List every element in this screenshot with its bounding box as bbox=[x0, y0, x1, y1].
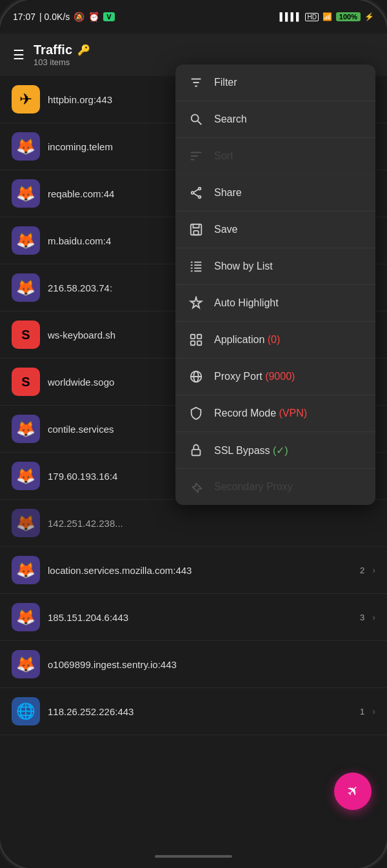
hamburger-button[interactable]: ☰ bbox=[13, 47, 25, 63]
status-right: ▌▌▌▌ HD 📶 100% ⚡ bbox=[279, 12, 374, 21]
list-item[interactable]: 🦊 location.services.mozilla.com:443 2 › bbox=[0, 547, 387, 594]
mute-icon: 🔕 bbox=[74, 12, 84, 22]
battery-indicator: 100% bbox=[336, 12, 361, 21]
menu-item-proxy-port[interactable]: Proxy Port (9000) bbox=[175, 359, 375, 395]
screen: 17:07 | 0.0K/s 🔕 ⏰ V ▌▌▌▌ HD 📶 100% ⚡ ☰ bbox=[0, 0, 387, 868]
proxy-port-value: (9000) bbox=[265, 371, 295, 382]
traffic-host: 142.251.42.238... bbox=[48, 518, 375, 529]
svg-line-11 bbox=[194, 190, 198, 193]
menu-item-show-list[interactable]: Show by List bbox=[175, 248, 375, 285]
svg-rect-26 bbox=[197, 341, 201, 345]
menu-item-record-mode[interactable]: Record Mode (VPN) bbox=[175, 395, 375, 432]
key-icon: 🔑 bbox=[77, 44, 90, 56]
traffic-count: 1 bbox=[360, 707, 364, 716]
chevron-right-icon: › bbox=[372, 612, 375, 622]
app-icon: 🦊 bbox=[12, 650, 40, 678]
record-mode-value: (VPN) bbox=[279, 408, 308, 419]
menu-label-application: Application (0) bbox=[214, 334, 280, 346]
app-icon: S bbox=[12, 321, 40, 349]
svg-line-12 bbox=[194, 193, 198, 197]
apps-icon bbox=[188, 332, 204, 348]
menu-item-filter[interactable]: Filter bbox=[175, 64, 375, 101]
menu-item-secondary-proxy: Secondary Proxy bbox=[175, 469, 375, 505]
menu-label-record-mode: Record Mode (VPN) bbox=[214, 408, 307, 419]
list-item[interactable]: 🌐 118.26.252.226:443 1 › bbox=[0, 688, 387, 735]
menu-label-show-list: Show by List bbox=[214, 261, 273, 272]
traffic-host: 118.26.252.226:443 bbox=[48, 706, 352, 717]
app-icon: 🦊 bbox=[12, 509, 40, 537]
globe-icon bbox=[188, 369, 204, 384]
context-menu: Filter Search Sort bbox=[175, 64, 375, 505]
svg-point-10 bbox=[199, 196, 201, 199]
menu-label-save: Save bbox=[214, 224, 237, 235]
alarm-icon: ⏰ bbox=[88, 12, 99, 22]
menu-label-ssl-bypass: SSL Bypass (✓) bbox=[214, 444, 288, 457]
svg-rect-30 bbox=[192, 449, 201, 455]
sort-icon bbox=[188, 148, 204, 164]
svg-rect-25 bbox=[191, 341, 195, 345]
status-speed: | 0.0K/s bbox=[39, 12, 70, 22]
app-icon: 🦊 bbox=[12, 462, 40, 490]
traffic-host: 185.151.204.6:443 bbox=[48, 612, 352, 623]
list-item[interactable]: 🦊 185.151.204.6:443 3 › bbox=[0, 594, 387, 641]
app-icon: 🦊 bbox=[12, 179, 40, 208]
list-item[interactable]: 🦊 142.251.42.238... bbox=[0, 500, 387, 547]
fab-icon: ✈ bbox=[342, 781, 362, 801]
ssl-bypass-value: (✓) bbox=[273, 445, 288, 456]
save-icon bbox=[188, 222, 204, 237]
header-title: Traffic 🔑 bbox=[34, 43, 90, 57]
app-icon: 🦊 bbox=[12, 132, 40, 161]
vpn-icon: V bbox=[103, 12, 114, 21]
svg-rect-14 bbox=[194, 231, 198, 235]
status-left: 17:07 | 0.0K/s 🔕 ⏰ V bbox=[13, 12, 115, 22]
menu-label-secondary-proxy: Secondary Proxy bbox=[214, 481, 293, 493]
svg-point-8 bbox=[199, 188, 201, 190]
plane-icon bbox=[188, 479, 204, 495]
application-value: (0) bbox=[268, 334, 281, 345]
menu-label-filter: Filter bbox=[214, 77, 237, 88]
svg-line-4 bbox=[198, 121, 202, 125]
chevron-right-icon: › bbox=[372, 706, 375, 716]
list-icon bbox=[188, 259, 204, 274]
menu-item-auto-highlight[interactable]: Auto Highlight bbox=[175, 285, 375, 322]
traffic-host: location.services.mozilla.com:443 bbox=[48, 565, 352, 576]
app-icon: 🦊 bbox=[12, 226, 40, 255]
traffic-host: o1069899.ingest.sentry.io:443 bbox=[48, 659, 375, 670]
share-icon bbox=[188, 185, 204, 201]
menu-item-application[interactable]: Application (0) bbox=[175, 322, 375, 359]
menu-label-search: Search bbox=[214, 113, 247, 125]
app-icon: 🦊 bbox=[12, 603, 40, 631]
menu-label-proxy-port: Proxy Port (9000) bbox=[214, 371, 295, 382]
menu-label-share: Share bbox=[214, 187, 242, 199]
menu-item-save[interactable]: Save bbox=[175, 212, 375, 248]
svg-rect-23 bbox=[191, 335, 195, 339]
fab-button[interactable]: ✈ bbox=[334, 773, 372, 810]
menu-item-share[interactable]: Share bbox=[175, 175, 375, 212]
svg-point-9 bbox=[192, 192, 194, 194]
menu-item-sort: Sort bbox=[175, 138, 375, 175]
svg-rect-24 bbox=[197, 335, 201, 339]
menu-label-sort: Sort bbox=[214, 150, 233, 162]
search-icon bbox=[188, 112, 204, 127]
svg-point-3 bbox=[192, 115, 199, 122]
highlight-icon bbox=[188, 295, 204, 311]
filter-icon bbox=[188, 75, 204, 90]
list-item[interactable]: 🦊 o1069899.ingest.sentry.io:443 bbox=[0, 641, 387, 688]
traffic-count: 2 bbox=[360, 566, 364, 575]
menu-item-search[interactable]: Search bbox=[175, 101, 375, 138]
signal-icon: ▌▌▌▌ bbox=[279, 12, 301, 21]
traffic-count: 3 bbox=[360, 613, 364, 622]
lock-icon bbox=[188, 442, 204, 458]
status-bar: 17:07 | 0.0K/s 🔕 ⏰ V ▌▌▌▌ HD 📶 100% ⚡ bbox=[0, 0, 387, 34]
hd-icon: HD bbox=[305, 13, 318, 21]
chevron-right-icon: › bbox=[372, 565, 375, 575]
charging-icon: ⚡ bbox=[364, 12, 374, 21]
bottom-bar bbox=[0, 845, 387, 868]
header-title-block: Traffic 🔑 103 items bbox=[34, 43, 90, 67]
menu-item-ssl-bypass[interactable]: SSL Bypass (✓) bbox=[175, 432, 375, 469]
menu-label-auto-highlight: Auto Highlight bbox=[214, 297, 279, 309]
app-icon: S bbox=[12, 368, 40, 396]
phone-frame: 17:07 | 0.0K/s 🔕 ⏰ V ▌▌▌▌ HD 📶 100% ⚡ ☰ bbox=[0, 0, 387, 868]
app-icon: 🌐 bbox=[12, 697, 40, 725]
header-subtitle: 103 items bbox=[34, 57, 90, 67]
